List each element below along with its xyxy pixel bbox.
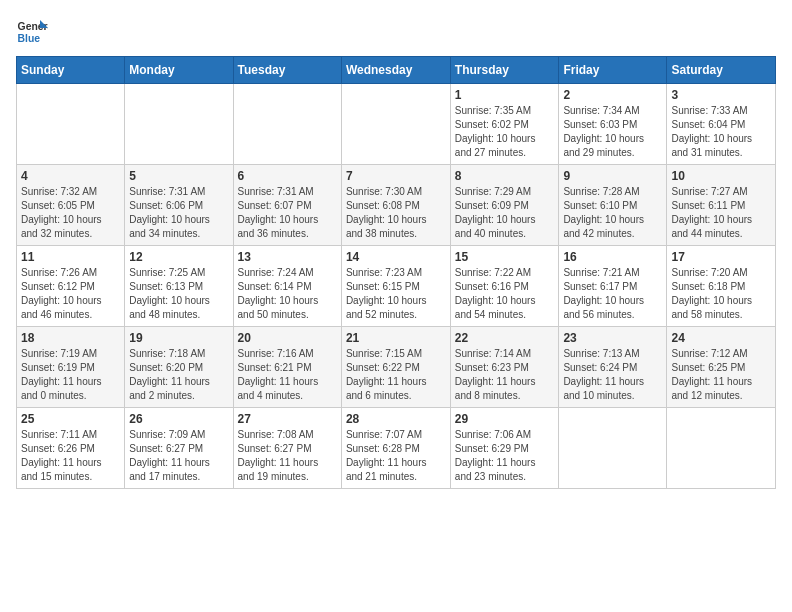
calendar-cell: 27Sunrise: 7:08 AM Sunset: 6:27 PM Dayli…: [233, 408, 341, 489]
calendar-week-row: 25Sunrise: 7:11 AM Sunset: 6:26 PM Dayli…: [17, 408, 776, 489]
day-info: Sunrise: 7:21 AM Sunset: 6:17 PM Dayligh…: [563, 266, 662, 322]
calendar-header-row: SundayMondayTuesdayWednesdayThursdayFrid…: [17, 57, 776, 84]
day-number: 8: [455, 169, 555, 183]
day-info: Sunrise: 7:29 AM Sunset: 6:09 PM Dayligh…: [455, 185, 555, 241]
svg-text:Blue: Blue: [18, 33, 41, 44]
calendar-cell: 17Sunrise: 7:20 AM Sunset: 6:18 PM Dayli…: [667, 246, 776, 327]
day-info: Sunrise: 7:19 AM Sunset: 6:19 PM Dayligh…: [21, 347, 120, 403]
day-number: 29: [455, 412, 555, 426]
day-number: 23: [563, 331, 662, 345]
day-number: 26: [129, 412, 228, 426]
day-info: Sunrise: 7:31 AM Sunset: 6:06 PM Dayligh…: [129, 185, 228, 241]
calendar-cell: 19Sunrise: 7:18 AM Sunset: 6:20 PM Dayli…: [125, 327, 233, 408]
weekday-header-sunday: Sunday: [17, 57, 125, 84]
day-number: 12: [129, 250, 228, 264]
day-info: Sunrise: 7:22 AM Sunset: 6:16 PM Dayligh…: [455, 266, 555, 322]
day-info: Sunrise: 7:16 AM Sunset: 6:21 PM Dayligh…: [238, 347, 337, 403]
day-number: 2: [563, 88, 662, 102]
calendar-cell: 28Sunrise: 7:07 AM Sunset: 6:28 PM Dayli…: [341, 408, 450, 489]
day-info: Sunrise: 7:07 AM Sunset: 6:28 PM Dayligh…: [346, 428, 446, 484]
calendar-cell: 18Sunrise: 7:19 AM Sunset: 6:19 PM Dayli…: [17, 327, 125, 408]
calendar-cell: 4Sunrise: 7:32 AM Sunset: 6:05 PM Daylig…: [17, 165, 125, 246]
day-number: 19: [129, 331, 228, 345]
day-info: Sunrise: 7:28 AM Sunset: 6:10 PM Dayligh…: [563, 185, 662, 241]
day-number: 5: [129, 169, 228, 183]
calendar-cell: 25Sunrise: 7:11 AM Sunset: 6:26 PM Dayli…: [17, 408, 125, 489]
weekday-header-wednesday: Wednesday: [341, 57, 450, 84]
day-info: Sunrise: 7:30 AM Sunset: 6:08 PM Dayligh…: [346, 185, 446, 241]
calendar-cell: [17, 84, 125, 165]
day-number: 7: [346, 169, 446, 183]
day-number: 14: [346, 250, 446, 264]
day-number: 11: [21, 250, 120, 264]
day-number: 28: [346, 412, 446, 426]
day-info: Sunrise: 7:11 AM Sunset: 6:26 PM Dayligh…: [21, 428, 120, 484]
day-number: 15: [455, 250, 555, 264]
calendar-week-row: 11Sunrise: 7:26 AM Sunset: 6:12 PM Dayli…: [17, 246, 776, 327]
day-number: 13: [238, 250, 337, 264]
weekday-header-saturday: Saturday: [667, 57, 776, 84]
day-number: 21: [346, 331, 446, 345]
day-info: Sunrise: 7:31 AM Sunset: 6:07 PM Dayligh…: [238, 185, 337, 241]
day-info: Sunrise: 7:23 AM Sunset: 6:15 PM Dayligh…: [346, 266, 446, 322]
day-info: Sunrise: 7:09 AM Sunset: 6:27 PM Dayligh…: [129, 428, 228, 484]
day-number: 25: [21, 412, 120, 426]
calendar-cell: [559, 408, 667, 489]
weekday-header-friday: Friday: [559, 57, 667, 84]
day-number: 6: [238, 169, 337, 183]
calendar-cell: 9Sunrise: 7:28 AM Sunset: 6:10 PM Daylig…: [559, 165, 667, 246]
calendar-week-row: 18Sunrise: 7:19 AM Sunset: 6:19 PM Dayli…: [17, 327, 776, 408]
day-info: Sunrise: 7:15 AM Sunset: 6:22 PM Dayligh…: [346, 347, 446, 403]
day-info: Sunrise: 7:12 AM Sunset: 6:25 PM Dayligh…: [671, 347, 771, 403]
day-info: Sunrise: 7:35 AM Sunset: 6:02 PM Dayligh…: [455, 104, 555, 160]
calendar-cell: 15Sunrise: 7:22 AM Sunset: 6:16 PM Dayli…: [450, 246, 559, 327]
calendar-cell: 26Sunrise: 7:09 AM Sunset: 6:27 PM Dayli…: [125, 408, 233, 489]
calendar-cell: 23Sunrise: 7:13 AM Sunset: 6:24 PM Dayli…: [559, 327, 667, 408]
day-number: 16: [563, 250, 662, 264]
day-number: 27: [238, 412, 337, 426]
calendar-cell: [125, 84, 233, 165]
day-info: Sunrise: 7:26 AM Sunset: 6:12 PM Dayligh…: [21, 266, 120, 322]
calendar-cell: [233, 84, 341, 165]
calendar-cell: 21Sunrise: 7:15 AM Sunset: 6:22 PM Dayli…: [341, 327, 450, 408]
calendar-cell: 3Sunrise: 7:33 AM Sunset: 6:04 PM Daylig…: [667, 84, 776, 165]
page-header: General Blue: [16, 16, 776, 48]
calendar-cell: 13Sunrise: 7:24 AM Sunset: 6:14 PM Dayli…: [233, 246, 341, 327]
day-number: 24: [671, 331, 771, 345]
calendar-cell: 29Sunrise: 7:06 AM Sunset: 6:29 PM Dayli…: [450, 408, 559, 489]
day-number: 4: [21, 169, 120, 183]
day-info: Sunrise: 7:08 AM Sunset: 6:27 PM Dayligh…: [238, 428, 337, 484]
calendar-cell: 20Sunrise: 7:16 AM Sunset: 6:21 PM Dayli…: [233, 327, 341, 408]
weekday-header-monday: Monday: [125, 57, 233, 84]
day-number: 1: [455, 88, 555, 102]
calendar-cell: 11Sunrise: 7:26 AM Sunset: 6:12 PM Dayli…: [17, 246, 125, 327]
calendar-table: SundayMondayTuesdayWednesdayThursdayFrid…: [16, 56, 776, 489]
calendar-cell: [341, 84, 450, 165]
day-info: Sunrise: 7:27 AM Sunset: 6:11 PM Dayligh…: [671, 185, 771, 241]
calendar-week-row: 4Sunrise: 7:32 AM Sunset: 6:05 PM Daylig…: [17, 165, 776, 246]
day-number: 22: [455, 331, 555, 345]
calendar-cell: 5Sunrise: 7:31 AM Sunset: 6:06 PM Daylig…: [125, 165, 233, 246]
calendar-week-row: 1Sunrise: 7:35 AM Sunset: 6:02 PM Daylig…: [17, 84, 776, 165]
calendar-cell: 1Sunrise: 7:35 AM Sunset: 6:02 PM Daylig…: [450, 84, 559, 165]
day-number: 17: [671, 250, 771, 264]
day-info: Sunrise: 7:32 AM Sunset: 6:05 PM Dayligh…: [21, 185, 120, 241]
calendar-cell: 14Sunrise: 7:23 AM Sunset: 6:15 PM Dayli…: [341, 246, 450, 327]
calendar-cell: 12Sunrise: 7:25 AM Sunset: 6:13 PM Dayli…: [125, 246, 233, 327]
calendar-cell: 2Sunrise: 7:34 AM Sunset: 6:03 PM Daylig…: [559, 84, 667, 165]
calendar-cell: 8Sunrise: 7:29 AM Sunset: 6:09 PM Daylig…: [450, 165, 559, 246]
day-info: Sunrise: 7:18 AM Sunset: 6:20 PM Dayligh…: [129, 347, 228, 403]
day-info: Sunrise: 7:24 AM Sunset: 6:14 PM Dayligh…: [238, 266, 337, 322]
calendar-cell: 10Sunrise: 7:27 AM Sunset: 6:11 PM Dayli…: [667, 165, 776, 246]
day-info: Sunrise: 7:13 AM Sunset: 6:24 PM Dayligh…: [563, 347, 662, 403]
calendar-cell: 22Sunrise: 7:14 AM Sunset: 6:23 PM Dayli…: [450, 327, 559, 408]
logo-icon: General Blue: [16, 16, 48, 48]
day-info: Sunrise: 7:20 AM Sunset: 6:18 PM Dayligh…: [671, 266, 771, 322]
day-info: Sunrise: 7:33 AM Sunset: 6:04 PM Dayligh…: [671, 104, 771, 160]
weekday-header-thursday: Thursday: [450, 57, 559, 84]
day-info: Sunrise: 7:14 AM Sunset: 6:23 PM Dayligh…: [455, 347, 555, 403]
day-number: 3: [671, 88, 771, 102]
calendar-cell: [667, 408, 776, 489]
calendar-cell: 16Sunrise: 7:21 AM Sunset: 6:17 PM Dayli…: [559, 246, 667, 327]
day-number: 10: [671, 169, 771, 183]
